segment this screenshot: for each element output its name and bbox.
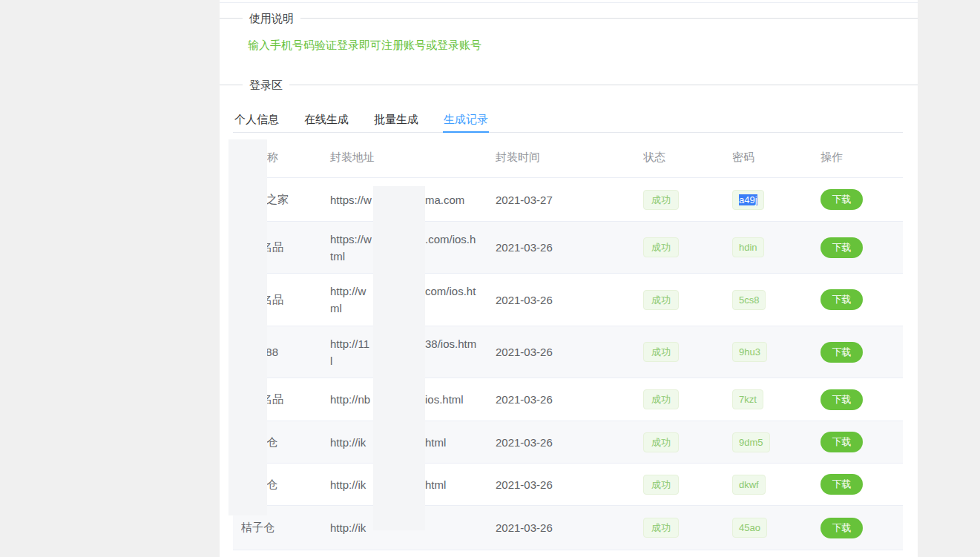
password-value[interactable]: 45ao bbox=[739, 522, 760, 533]
legend-line-left bbox=[220, 18, 243, 19]
row-url-left-fragment: https://w bbox=[330, 194, 372, 206]
row-action-cell: 下载 bbox=[812, 389, 903, 410]
row-status-cell: 成功 bbox=[634, 237, 723, 257]
password-value[interactable]: 7kzt bbox=[739, 394, 757, 405]
row-url-right-fragment: html bbox=[425, 476, 446, 493]
tab-online-generate[interactable]: 在线生成 bbox=[304, 108, 349, 132]
row-time: 2021-03-26 bbox=[486, 478, 634, 491]
status-badge: 成功 bbox=[643, 290, 679, 310]
legend-line-right bbox=[289, 85, 918, 85]
password-badge[interactable]: 9dm5 bbox=[732, 432, 770, 452]
download-button[interactable]: 下载 bbox=[820, 237, 863, 258]
password-value[interactable]: dkwf bbox=[739, 479, 759, 490]
row-status-cell: 成功 bbox=[634, 518, 723, 538]
row-url-right-fragment: 38/ios.htm bbox=[425, 335, 476, 352]
password-badge[interactable]: a49j bbox=[732, 190, 764, 210]
table-body: 之家 https://w ma.com 2021-03-27 成功 a49j 下… bbox=[233, 178, 903, 550]
download-button[interactable]: 下载 bbox=[820, 389, 863, 410]
password-badge[interactable]: dkwf bbox=[732, 475, 766, 495]
row-status-cell: 成功 bbox=[634, 432, 723, 452]
row-password-cell: 5cs8 bbox=[723, 290, 812, 310]
row-url-left-fragment: https://w bbox=[330, 233, 372, 245]
status-badge: 成功 bbox=[643, 342, 679, 362]
row-url-right-fragment: ma.com bbox=[425, 191, 464, 208]
password-badge[interactable]: 45ao bbox=[732, 518, 767, 538]
download-button[interactable]: 下载 bbox=[820, 432, 863, 452]
row-url-left-fragment: http://nb bbox=[330, 393, 370, 406]
row-status-cell: 成功 bbox=[634, 190, 723, 210]
status-badge: 成功 bbox=[643, 237, 679, 257]
table-row: 888 http://11 38/ios.htm l 2021-03-26 成功… bbox=[233, 326, 903, 378]
status-badge: 成功 bbox=[643, 190, 679, 210]
row-password-cell: 9hu3 bbox=[723, 342, 812, 362]
legend-line-right bbox=[300, 18, 918, 19]
legend-line-left bbox=[220, 85, 243, 85]
tab-batch-generate[interactable]: 批量生成 bbox=[374, 108, 418, 132]
row-action-cell: 下载 bbox=[812, 432, 903, 452]
password-value[interactable]: 9hu3 bbox=[739, 346, 760, 357]
table-header-row: 名称 封装地址 封装时间 状态 密码 操作 bbox=[233, 137, 903, 178]
status-badge: 成功 bbox=[643, 432, 679, 452]
header-url: 封装地址 bbox=[319, 151, 486, 165]
usage-legend-title: 使用说明 bbox=[249, 11, 294, 25]
header-time: 封装时间 bbox=[486, 151, 634, 165]
row-time: 2021-03-26 bbox=[486, 346, 634, 358]
row-password-cell: a49j bbox=[723, 190, 812, 210]
header-action: 操作 bbox=[812, 151, 903, 165]
row-time: 2021-03-27 bbox=[486, 194, 634, 206]
password-badge[interactable]: 5cs8 bbox=[732, 290, 766, 310]
tab-generation-records[interactable]: 生成记录 bbox=[444, 108, 488, 132]
row-name: 桔子仓 bbox=[233, 521, 319, 535]
header-password: 密码 bbox=[723, 151, 812, 165]
row-password-cell: dkwf bbox=[723, 475, 812, 495]
download-button[interactable]: 下载 bbox=[820, 189, 863, 210]
row-url-left-fragment: http://ik bbox=[330, 436, 366, 449]
row-name-cell: 桔子仓 bbox=[233, 521, 319, 535]
tab-personal-info[interactable]: 个人信息 bbox=[234, 108, 279, 132]
password-value[interactable]: a49j bbox=[739, 194, 757, 205]
table-row: 名品 http://nb ios.html 2021-03-26 成功 7kzt… bbox=[233, 378, 903, 421]
password-value[interactable]: 9dm5 bbox=[739, 437, 763, 448]
row-time: 2021-03-26 bbox=[486, 241, 634, 254]
row-password-cell: 7kzt bbox=[723, 389, 812, 409]
status-badge: 成功 bbox=[643, 475, 679, 495]
table-row: 仓 http://ik html 2021-03-26 成功 dkwf 下载 bbox=[233, 464, 903, 506]
password-value[interactable]: 5cs8 bbox=[739, 294, 759, 306]
row-action-cell: 下载 bbox=[812, 474, 903, 495]
row-action-cell: 下载 bbox=[812, 518, 903, 538]
row-password-cell: 45ao bbox=[723, 518, 812, 538]
row-url-right-fragment: html bbox=[425, 434, 446, 451]
password-badge[interactable]: 9hu3 bbox=[732, 342, 767, 362]
header-status: 状态 bbox=[634, 151, 723, 165]
download-button[interactable]: 下载 bbox=[820, 289, 863, 310]
row-url-right-fragment: ios.html bbox=[425, 391, 464, 408]
row-action-cell: 下载 bbox=[812, 289, 903, 310]
login-legend-title: 登录区 bbox=[249, 78, 283, 92]
status-badge: 成功 bbox=[643, 389, 679, 409]
row-url-left-fragment: http://ik bbox=[330, 521, 366, 534]
row-status-cell: 成功 bbox=[634, 389, 723, 409]
table-row: 名品 https://w .com/ios.h tml 2021-03-26 成… bbox=[233, 222, 903, 274]
table-row: 仓 http://ik html 2021-03-26 成功 9dm5 下载 bbox=[233, 421, 903, 464]
download-button[interactable]: 下载 bbox=[820, 342, 863, 363]
row-time: 2021-03-26 bbox=[486, 294, 634, 306]
row-password-cell: hdin bbox=[723, 237, 812, 257]
tab-bar: 个人信息 在线生成 批量生成 生成记录 bbox=[233, 108, 903, 133]
row-time: 2021-03-26 bbox=[486, 436, 634, 449]
table-row: 名品 http://w com/ios.ht ml 2021-03-26 成功 … bbox=[233, 274, 903, 326]
download-button[interactable]: 下载 bbox=[820, 474, 863, 495]
row-action-cell: 下载 bbox=[812, 342, 903, 363]
row-status-cell: 成功 bbox=[634, 475, 723, 495]
usage-note: 输入手机号码验证登录即可注册账号或登录账号 bbox=[248, 39, 481, 53]
row-status-cell: 成功 bbox=[634, 342, 723, 362]
table-row: 之家 https://w ma.com 2021-03-27 成功 a49j 下… bbox=[233, 178, 903, 222]
records-table: 名称 封装地址 封装时间 状态 密码 操作 之家 https://w ma.co… bbox=[233, 137, 903, 550]
password-badge[interactable]: 7kzt bbox=[732, 389, 763, 409]
row-url-left-fragment: http://11 bbox=[330, 337, 369, 350]
row-url-left-fragment: http://w bbox=[330, 285, 366, 297]
row-action-cell: 下载 bbox=[812, 237, 903, 258]
password-badge[interactable]: hdin bbox=[732, 237, 764, 257]
censor-overlay-name-column bbox=[228, 139, 267, 515]
password-value[interactable]: hdin bbox=[739, 242, 757, 253]
download-button[interactable]: 下载 bbox=[820, 518, 863, 538]
